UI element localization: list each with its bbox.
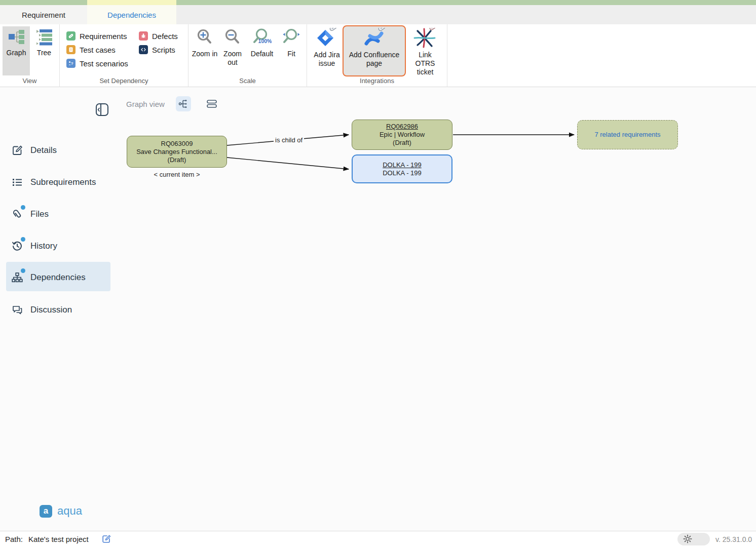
- svg-text:100%: 100%: [258, 38, 272, 44]
- tab-strip: Requirement Dependencies: [0, 5, 756, 24]
- path-value: Kate's test project: [28, 535, 89, 543]
- gear-icon: [683, 534, 692, 543]
- discussion-chat-icon: [11, 304, 23, 316]
- defect-bug-icon: [139, 31, 148, 41]
- add-confluence-page-label: Add Confluence page: [344, 51, 405, 68]
- fit-scale-label: Fit: [287, 50, 295, 58]
- tab-requirement[interactable]: Requirement: [0, 5, 87, 24]
- status-bar: [0, 531, 756, 547]
- sidebar-item-label: Dependencies: [30, 272, 86, 283]
- current-item-caption: < current item >: [127, 171, 227, 178]
- sidebar-item-details[interactable]: Details: [11, 143, 57, 158]
- node-id-link[interactable]: DOLKA - 199: [383, 161, 422, 169]
- settings-button[interactable]: [677, 533, 710, 545]
- graph-view-toggle[interactable]: [176, 96, 191, 111]
- scale-group-label: Scale: [188, 77, 307, 85]
- aqua-brand-text: aqua: [57, 504, 82, 518]
- tree-icon: [35, 28, 53, 48]
- jira-issue-node[interactable]: DOLKA - 199 DOLKA - 199: [352, 154, 452, 183]
- app-window: Requirement Dependencies Graph: [0, 0, 756, 547]
- zoom-out-button[interactable]: Zoom out: [219, 26, 246, 75]
- test-scenario-icon: ?: [66, 59, 75, 68]
- default-scale-label: Default: [251, 50, 273, 58]
- path-label: Path:: [5, 535, 23, 543]
- set-dependency-test-scenarios-button[interactable]: ? Test scenarios: [66, 58, 128, 68]
- ribbon-group-scale: Zoom in Zoom out 1: [188, 24, 307, 87]
- set-dependency-requirements-button[interactable]: Requirements: [66, 31, 127, 41]
- add-jira-issue-label: Add Jira issue: [311, 51, 343, 68]
- zoom-out-icon: [223, 28, 242, 49]
- history-badge-dot: [21, 237, 25, 242]
- node-title: Epic | Workflow: [380, 131, 425, 139]
- sidebar-item-history[interactable]: History: [11, 239, 57, 253]
- set-dependency-scripts-label: Scripts: [152, 46, 175, 54]
- set-dependency-test-cases-button[interactable]: Test cases: [66, 45, 116, 55]
- paperclip-icon: [11, 208, 23, 220]
- fit-scale-button[interactable]: Fit: [279, 26, 304, 75]
- jira-icon: [316, 28, 338, 50]
- requirement-pill-icon: [66, 31, 75, 41]
- sidebar-item-label: Details: [30, 145, 57, 155]
- node-status: (Draft): [168, 156, 186, 164]
- zoom-in-button[interactable]: Zoom in: [191, 26, 218, 75]
- set-dependency-defects-button[interactable]: Defects: [139, 31, 178, 41]
- otrs-icon: [413, 28, 437, 50]
- sidebar-item-label: Subrequirements: [30, 177, 96, 187]
- tab-dependencies[interactable]: Dependencies: [87, 5, 176, 24]
- sidebar-item-discussion[interactable]: Discussion: [11, 303, 72, 317]
- tree-button-label: Tree: [37, 49, 51, 57]
- edit-path-button[interactable]: [101, 534, 111, 544]
- graph-view-button[interactable]: Graph: [3, 26, 30, 75]
- set-dependency-group-label: Set Dependency: [60, 77, 188, 85]
- node-title: DOLKA - 199: [383, 169, 422, 177]
- fit-scale-icon: [282, 28, 301, 49]
- add-jira-issue-button[interactable]: Add Jira issue: [311, 26, 343, 75]
- zoom-in-icon: [195, 28, 214, 49]
- confluence-icon: [362, 28, 387, 50]
- sidebar-item-files[interactable]: Files: [11, 207, 49, 221]
- current-requirement-node[interactable]: RQ063009 Save Changes Functional... (Dra…: [127, 136, 227, 168]
- script-code-icon: [139, 45, 148, 54]
- svg-text:?: ?: [71, 61, 73, 66]
- sidebar-item-label: History: [30, 241, 57, 251]
- node-id-link[interactable]: RQ062986: [386, 123, 418, 131]
- ribbon: Graph Tree View: [0, 24, 756, 87]
- list-view-icon: [206, 99, 217, 108]
- set-dependency-test-cases-label: Test cases: [80, 46, 116, 54]
- aqua-brand[interactable]: a aqua: [40, 504, 82, 518]
- test-case-icon: [66, 45, 75, 54]
- aqua-logo-icon: a: [40, 505, 52, 518]
- node-id: RQ063009: [161, 140, 193, 148]
- integrations-group-label: Integrations: [307, 77, 447, 85]
- files-badge-dot: [21, 205, 25, 210]
- dependencies-badge-dot: [21, 268, 25, 273]
- sidebar-item-subrequirements[interactable]: Subrequirements: [11, 175, 96, 189]
- list-view-toggle[interactable]: [204, 96, 219, 111]
- edge-label-is-child-of: is child of: [274, 136, 304, 144]
- related-requirements-node[interactable]: 7 related requirements: [577, 120, 678, 149]
- ribbon-group-view: Graph Tree View: [0, 24, 60, 87]
- collapse-sidebar-button[interactable]: [95, 103, 109, 116]
- dependencies-sitemap-icon: [11, 271, 23, 284]
- list-bullets-icon: [11, 176, 23, 188]
- view-group-label: View: [0, 77, 59, 85]
- ribbon-group-integrations: Add Jira issue Add Confluence page: [307, 24, 447, 87]
- sidebar-item-label: Files: [30, 209, 49, 219]
- hierarchy-view-icon: [178, 99, 188, 109]
- active-tab-highlight: [87, 0, 176, 5]
- set-dependency-scripts-button[interactable]: Scripts: [139, 45, 175, 55]
- default-scale-button[interactable]: 100% Default: [247, 26, 277, 75]
- set-dependency-test-scenarios-label: Test scenarios: [80, 59, 128, 68]
- zoom-out-label-text: Zoom out: [219, 50, 246, 67]
- sidebar-item-dependencies[interactable]: Dependencies: [11, 270, 86, 285]
- app-version: v. 25.31.0.0: [715, 535, 752, 543]
- history-clock-icon: [11, 240, 23, 252]
- parent-requirement-node[interactable]: RQ062986 Epic | Workflow (Draft): [352, 120, 452, 150]
- link-otrs-ticket-button[interactable]: Link OTRS ticket: [408, 26, 442, 75]
- related-requirements-link[interactable]: 7 related requirements: [594, 131, 660, 139]
- add-confluence-page-button[interactable]: Add Confluence page: [343, 25, 406, 76]
- link-otrs-ticket-label: Link OTRS ticket: [408, 51, 442, 76]
- graph-view-label: Graph view: [126, 100, 165, 108]
- tree-view-button[interactable]: Tree: [31, 26, 57, 75]
- sidebar-item-label: Discussion: [30, 305, 72, 315]
